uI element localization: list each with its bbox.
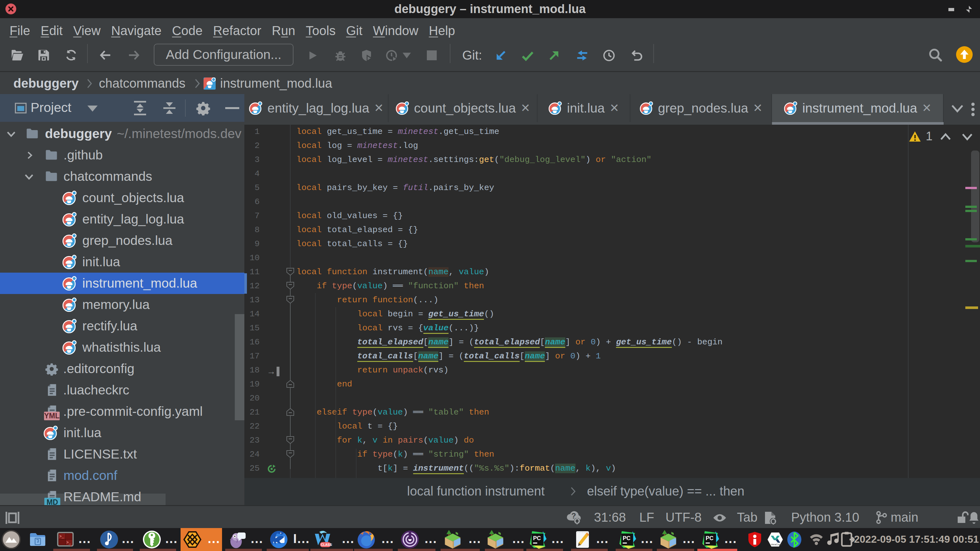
svg-text:VeraCrypt: VeraCrypt [771, 543, 782, 546]
svg-text:CLASSIC: CLASSIC [321, 543, 332, 546]
svg-text:>_: >_ [59, 534, 64, 539]
svg-text:>_: >_ [66, 540, 71, 545]
